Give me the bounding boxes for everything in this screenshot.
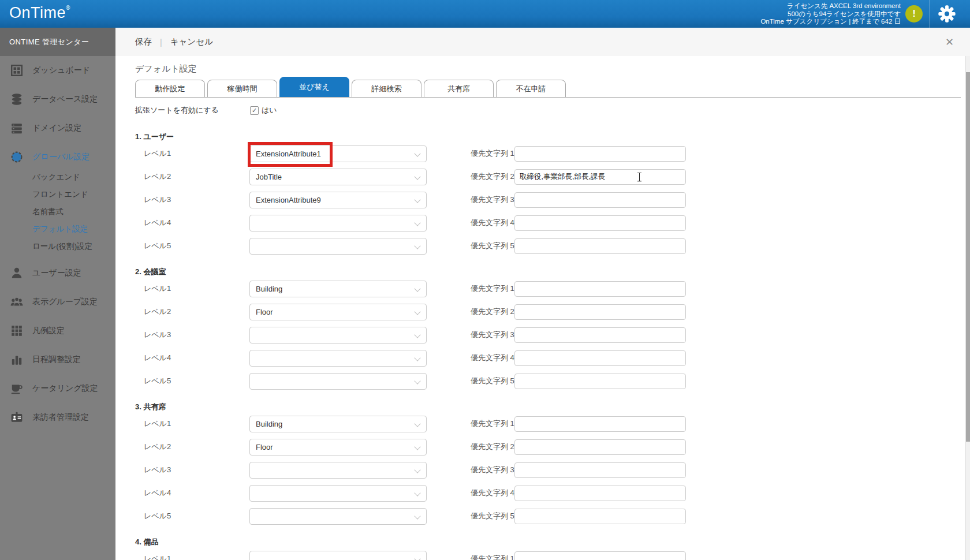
priority-input[interactable]: [514, 509, 686, 524]
priority-input[interactable]: [514, 416, 686, 432]
license-line-1: ライセンス先 AXCEL 3rd environment: [760, 2, 901, 10]
sidebar-item-default-settings[interactable]: デフォルト設定: [0, 221, 115, 238]
level-select[interactable]: [249, 373, 427, 390]
priority-label: 優先文字列 4: [471, 488, 514, 498]
level-label: レベル5: [144, 511, 249, 521]
sidebar-item-database[interactable]: データベース設定: [0, 85, 115, 114]
sidebar-item-dashboard[interactable]: ダッシュボード: [0, 56, 115, 85]
cancel-button[interactable]: キャンセル: [170, 36, 213, 47]
sidebar-item-domain[interactable]: ドメイン設定: [0, 114, 115, 143]
extended-sort-checkbox[interactable]: ✓: [250, 106, 259, 115]
priority-input[interactable]: [514, 192, 686, 208]
form-section: 1. ユーザーレベル1ExtensionAttribute1優先文字列 1レベル…: [135, 132, 970, 257]
vertical-scrollbar[interactable]: [965, 56, 970, 560]
sidebar-item-global[interactable]: グローバル設定: [0, 143, 115, 171]
gear-icon[interactable]: [938, 5, 956, 23]
form-row: レベル5優先文字列 5: [135, 505, 970, 528]
tab-shared-desk[interactable]: 共有席: [424, 80, 494, 97]
level-label: レベル3: [144, 465, 249, 475]
priority-input-wrap: [514, 238, 686, 254]
priority-input[interactable]: [514, 169, 686, 185]
priority-input-wrap: [514, 169, 686, 185]
priority-input[interactable]: [514, 439, 686, 455]
tab-advanced-search[interactable]: 詳細検索: [352, 80, 421, 97]
form-row: レベル1Building優先文字列 1: [135, 412, 970, 435]
tab-absence-request[interactable]: 不在申請: [496, 80, 566, 97]
priority-input[interactable]: [514, 374, 686, 389]
registered-mark: ®: [66, 5, 70, 11]
priority-input[interactable]: [514, 327, 686, 343]
sidebar-item-backend[interactable]: バックエンド: [0, 169, 115, 186]
level-select[interactable]: [249, 485, 427, 502]
section-title: 1. ユーザー: [135, 132, 970, 142]
form-row: レベル2Floor優先文字列 2: [135, 435, 970, 458]
priority-label: 優先文字列 2: [471, 171, 514, 182]
form-row: レベル3優先文字列 3: [135, 323, 970, 346]
priority-input-wrap: [514, 439, 686, 455]
level-select[interactable]: Building: [249, 281, 427, 297]
level-label: レベル5: [144, 376, 249, 386]
level-label: レベル2: [144, 171, 249, 182]
priority-input[interactable]: [514, 462, 686, 478]
level-select[interactable]: [249, 462, 427, 479]
level-select[interactable]: [249, 327, 427, 344]
close-icon[interactable]: ✕: [942, 35, 957, 50]
priority-input-wrap: [514, 281, 686, 297]
warning-icon[interactable]: !: [905, 5, 923, 23]
sidebar-item-catering[interactable]: ケータリング設定: [0, 374, 115, 403]
level-select[interactable]: ExtensionAttribute1: [249, 145, 427, 162]
sidebar-item-schedule-adjust[interactable]: 日程調整設定: [0, 345, 115, 374]
form-row: レベル3優先文字列 3: [135, 458, 970, 481]
chevron-down-icon: [414, 443, 420, 450]
level-select[interactable]: [249, 508, 427, 525]
tab-working-hours[interactable]: 稼働時間: [207, 80, 277, 97]
priority-input[interactable]: [514, 551, 686, 560]
sidebar-item-label: ケータリング設定: [32, 383, 98, 394]
level-select[interactable]: [249, 551, 427, 560]
priority-input[interactable]: [514, 350, 686, 366]
toolbar-separator: |: [160, 38, 162, 47]
priority-input[interactable]: [514, 215, 686, 231]
level-select[interactable]: Floor: [249, 304, 427, 320]
priority-input[interactable]: [514, 281, 686, 297]
priority-label: 優先文字列 1: [471, 148, 514, 159]
priority-input[interactable]: [514, 486, 686, 501]
level-select[interactable]: JobTitle: [249, 169, 427, 185]
sidebar-item-display-groups[interactable]: 表示グループ設定: [0, 288, 115, 316]
level-select[interactable]: Floor: [249, 439, 427, 456]
chevron-down-icon: [414, 490, 420, 496]
extended-sort-label: 拡張ソートを有効にする: [135, 105, 250, 115]
level-label: レベル2: [144, 442, 249, 452]
form-row: レベル3ExtensionAttribute9優先文字列 3: [135, 188, 970, 211]
sidebar-item-legend[interactable]: 凡例設定: [0, 316, 115, 345]
level-select[interactable]: [249, 215, 427, 232]
level-select[interactable]: [249, 350, 427, 367]
priority-input[interactable]: [514, 146, 686, 162]
sidebar-item-users[interactable]: ユーザー設定: [0, 259, 115, 288]
level-select[interactable]: ExtensionAttribute9: [249, 192, 427, 208]
page-title: デフォルト設定: [135, 64, 970, 76]
chevron-down-icon: [414, 466, 420, 473]
chevron-down-icon: [414, 555, 420, 560]
tab-behavior[interactable]: 動作設定: [135, 80, 205, 97]
priority-label: 優先文字列 2: [471, 442, 514, 452]
license-info: ライセンス先 AXCEL 3rd environment 500のうち94ライセ…: [760, 2, 901, 26]
sidebar-item-label: グローバル設定: [32, 152, 89, 162]
sidebar-item-label: 凡例設定: [32, 326, 65, 336]
priority-input[interactable]: [514, 304, 686, 320]
tab-sort[interactable]: 並び替え: [279, 77, 349, 97]
chevron-down-icon: [414, 354, 420, 361]
sidebar-item-name-format[interactable]: 名前書式: [0, 203, 115, 221]
save-button[interactable]: 保存: [135, 36, 152, 47]
level-label: レベル4: [144, 488, 249, 498]
chevron-down-icon: [414, 219, 420, 226]
priority-input[interactable]: [514, 238, 686, 254]
level-select[interactable]: [249, 238, 427, 255]
level-select[interactable]: Building: [249, 416, 427, 432]
section-title: 3. 共有席: [135, 402, 970, 412]
sidebar-item-roles[interactable]: ロール(役割)設定: [0, 238, 115, 255]
sidebar-item-visitor[interactable]: 来訪者管理設定: [0, 403, 115, 432]
sidebar-item-label: ドメイン設定: [32, 123, 81, 133]
sidebar-item-frontend[interactable]: フロントエンド: [0, 186, 115, 203]
scrollbar-thumb[interactable]: [966, 72, 970, 442]
